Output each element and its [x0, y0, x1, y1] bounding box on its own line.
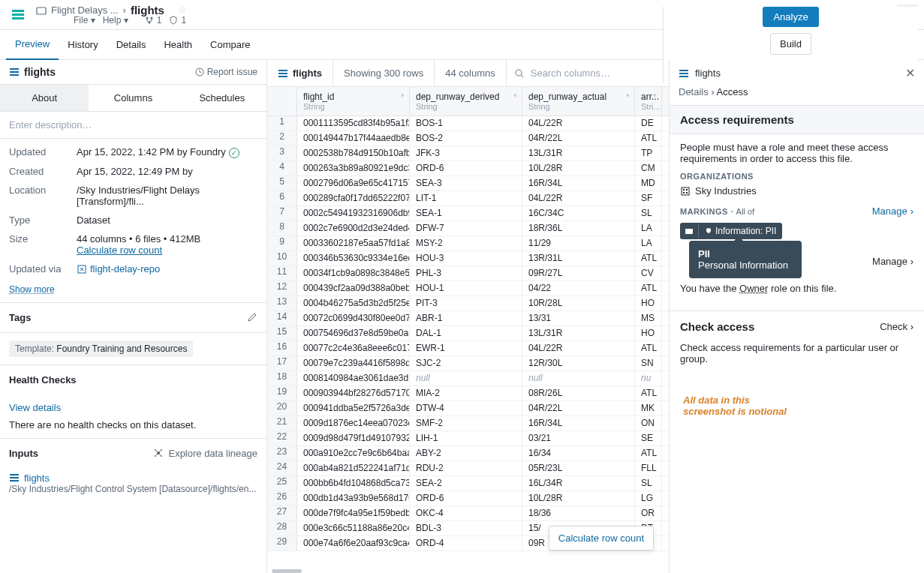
- table-row[interactable]: 23000a910e2cc7e9c6b64baaABY-216/34ATL: [267, 446, 669, 461]
- cell[interactable]: DAL-1: [410, 326, 522, 340]
- manage-roles-link[interactable]: Manage ›: [872, 256, 913, 267]
- table-row[interactable]: 220009d98d479f1d49107932LIH-103/21SE: [267, 431, 669, 446]
- cell[interactable]: SEA-3: [410, 176, 522, 190]
- input-name[interactable]: flights: [24, 472, 50, 484]
- cell[interactable]: 13L/31R: [522, 326, 635, 340]
- cell[interactable]: LG: [635, 491, 662, 506]
- report-issue-link[interactable]: Report issue: [195, 67, 257, 77]
- manage-markings-link[interactable]: Manage›: [872, 206, 913, 217]
- cell[interactable]: 04L/22R: [522, 116, 635, 130]
- sidebar-tab-schedules[interactable]: Schedules: [178, 85, 266, 111]
- cell[interactable]: ORD-6: [410, 161, 522, 176]
- cell[interactable]: JFK-3: [410, 146, 522, 160]
- analyze-button[interactable]: Analyze: [763, 7, 818, 27]
- check-access-link[interactable]: Check ›: [880, 321, 913, 332]
- cell[interactable]: OKC-4: [410, 506, 522, 520]
- cell[interactable]: 16/34: [522, 446, 635, 460]
- cell[interactable]: CV: [635, 266, 662, 280]
- tab-compare[interactable]: Compare: [201, 30, 259, 60]
- cell[interactable]: 10R/28L: [522, 296, 635, 310]
- cell[interactable]: ORD-4: [410, 536, 522, 550]
- table-row[interactable]: 70002c54941932316906db9SEA-116C/34CSL: [267, 206, 669, 221]
- tag-chip[interactable]: Template: Foundry Training and Resources: [9, 340, 193, 357]
- cell[interactable]: ATL: [635, 386, 662, 400]
- cell[interactable]: 00077c2c4e36a8eee6c017: [297, 341, 410, 356]
- column-header[interactable]: arr...Stri...▾: [635, 87, 662, 116]
- cell[interactable]: ATL: [635, 131, 662, 146]
- cell[interactable]: 09R/27L: [522, 266, 635, 280]
- column-search[interactable]: Search columns…: [507, 68, 669, 79]
- cell[interactable]: 04L/22R: [522, 341, 635, 356]
- cell[interactable]: LA: [635, 221, 662, 236]
- cell[interactable]: SL: [635, 476, 662, 490]
- cell[interactable]: 000bb6b4fd104868d5ca73: [297, 476, 410, 490]
- cell[interactable]: HO: [635, 296, 662, 310]
- cell[interactable]: HOU-1: [410, 281, 522, 296]
- table-row[interactable]: 2000149447b17f44aaedb8eBOS-204R/22LATL: [267, 131, 669, 146]
- table-row[interactable]: 900033602187e5aa57fd1a8MSY-211/29LA: [267, 236, 669, 251]
- cell[interactable]: DTW-4: [410, 401, 522, 416]
- input-item[interactable]: flights /Sky Industries/Flight Control S…: [0, 468, 266, 503]
- build-button[interactable]: Build: [770, 33, 811, 55]
- tab-health[interactable]: Health: [155, 30, 201, 60]
- repo-link[interactable]: flight-delay-repo: [90, 263, 160, 274]
- health-view-details-link[interactable]: View details: [9, 402, 257, 413]
- cell[interactable]: LA: [635, 236, 662, 250]
- cell[interactable]: SF: [635, 191, 662, 206]
- cell[interactable]: 16R/34L: [522, 176, 635, 190]
- table-row[interactable]: 210009d1876ec14eea07023dSMF-216R/34LON: [267, 416, 669, 431]
- table-row[interactable]: 26000db1d43a93b9e568d170ORD-610L/28RLG: [267, 491, 669, 506]
- cell[interactable]: 000ab4a821d522241af71d: [297, 461, 410, 476]
- cell[interactable]: 0009d1876ec14eea07023d: [297, 416, 410, 430]
- cell[interactable]: 10L/28R: [522, 491, 635, 506]
- cell[interactable]: SEA-2: [410, 476, 522, 490]
- table-row[interactable]: 130004b46275a5d3b2d5f25ePIT-310R/28LHO: [267, 296, 669, 311]
- marking-chip[interactable]: Information: PII: [680, 223, 782, 239]
- cell[interactable]: 18R/36L: [522, 221, 635, 236]
- cell[interactable]: SL: [635, 206, 662, 220]
- cell[interactable]: 000149447b17f44aaedb8e: [297, 131, 410, 146]
- table-row[interactable]: 25000bb6b4fd104868d5ca73SEA-216L/34RSL: [267, 476, 669, 491]
- cell[interactable]: 13L/31R: [522, 146, 635, 160]
- cell[interactable]: 12R/30L: [522, 356, 635, 370]
- cell[interactable]: 13R/31L: [522, 251, 635, 266]
- cell[interactable]: 000439cf2aa09d388a0beb: [297, 281, 410, 296]
- cell[interactable]: 0008140984ae3061dae3d1: [297, 371, 410, 386]
- cell[interactable]: SJC-2: [410, 356, 522, 370]
- cell[interactable]: 13/31: [522, 311, 635, 326]
- cell[interactable]: ATL: [635, 281, 662, 296]
- table-row[interactable]: 27000de7f9fc4a95e1f59bedbOKC-418/36OR: [267, 506, 669, 521]
- show-more-link[interactable]: Show more: [9, 284, 257, 295]
- cell[interactable]: OR: [635, 506, 662, 520]
- sidebar-tab-columns[interactable]: Columns: [89, 85, 177, 111]
- table-row[interactable]: 1600077c2c4e36a8eee6c017EWR-104L/22RATL: [267, 341, 669, 356]
- calculate-row-count-link[interactable]: Calculate row count: [77, 244, 162, 256]
- star-icon[interactable]: ☆: [178, 4, 187, 16]
- cell[interactable]: MIA-2: [410, 386, 522, 400]
- grid-body[interactable]: 10001113595cd83f4b95a1f2BOS-104L/22RDE20…: [267, 116, 669, 568]
- cell[interactable]: 10L/28R: [522, 161, 635, 176]
- table-row[interactable]: 50002796d06a9e65c417157SEA-316R/34LMD: [267, 176, 669, 191]
- cell[interactable]: 000289cfa0f17dd65222f07: [297, 191, 410, 206]
- cell[interactable]: 04R/22L: [522, 401, 635, 416]
- cell[interactable]: 18/36: [522, 506, 635, 520]
- cell[interactable]: 000941ddba5e2f5726a3de: [297, 401, 410, 416]
- column-header[interactable]: dep_runway_actualString▾: [522, 87, 635, 116]
- cell[interactable]: 11/29: [522, 236, 635, 250]
- cell[interactable]: ABR-1: [410, 311, 522, 326]
- table-row[interactable]: 10000346b53630c9334e16edHOU-313R/31LATL: [267, 251, 669, 266]
- table-row[interactable]: 30002538b784d9150b10afbJFK-313L/31RTP: [267, 146, 669, 161]
- cell[interactable]: 03/21: [522, 431, 635, 446]
- cell[interactable]: ATL: [635, 341, 662, 356]
- cell[interactable]: BOS-2: [410, 131, 522, 146]
- table-row[interactable]: 12000439cf2aa09d388a0bebHOU-104/22ATL: [267, 281, 669, 296]
- cell[interactable]: PIT-3: [410, 296, 522, 310]
- file-menu[interactable]: File ▾: [74, 15, 95, 26]
- cell[interactable]: 000a910e2cc7e9c6b64baa: [297, 446, 410, 460]
- cell[interactable]: null: [410, 371, 522, 386]
- cell[interactable]: CM: [635, 161, 662, 176]
- column-menu-icon[interactable]: ▾: [513, 92, 517, 99]
- cell[interactable]: nu: [635, 371, 662, 386]
- calculate-row-count-popup[interactable]: Calculate row count: [549, 526, 654, 550]
- cell[interactable]: 16R/34L: [522, 416, 635, 430]
